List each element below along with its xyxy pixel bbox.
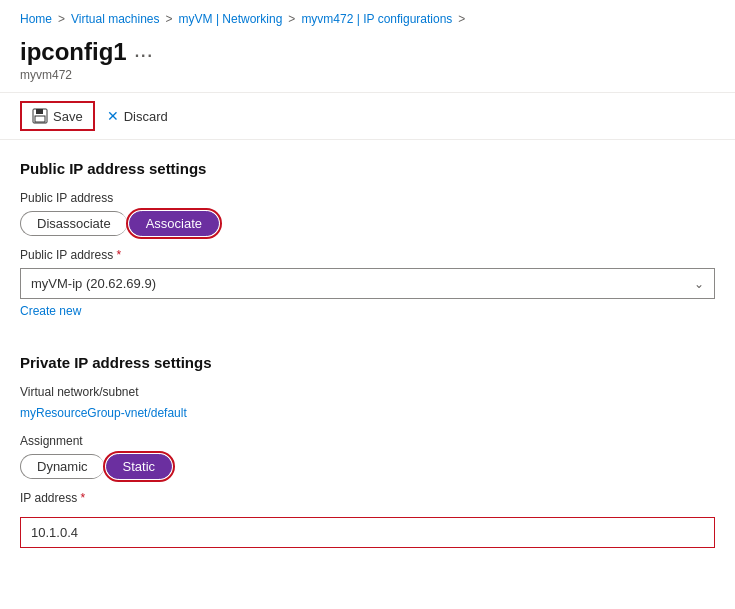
breadcrumb-sep-4: > bbox=[458, 12, 465, 26]
disassociate-button[interactable]: Disassociate bbox=[20, 211, 127, 236]
page-title-text: ipconfig1 bbox=[20, 38, 127, 66]
dropdown-arrow-icon: ⌄ bbox=[694, 277, 704, 291]
svg-rect-2 bbox=[35, 116, 45, 122]
static-button[interactable]: Static bbox=[106, 454, 173, 479]
breadcrumb-sep-3: > bbox=[288, 12, 295, 26]
ip-address-input[interactable] bbox=[20, 517, 715, 548]
vnet-label: Virtual network/subnet bbox=[20, 385, 715, 399]
public-ip-dropdown[interactable]: myVM-ip (20.62.69.9) ⌄ bbox=[20, 268, 715, 299]
dynamic-button[interactable]: Dynamic bbox=[20, 454, 104, 479]
breadcrumb: Home > Virtual machines > myVM | Network… bbox=[0, 0, 735, 34]
ip-address-label: IP address bbox=[20, 491, 715, 505]
more-options-icon[interactable]: ... bbox=[135, 43, 154, 61]
associate-button[interactable]: Associate bbox=[129, 211, 219, 236]
private-ip-section-title: Private IP address settings bbox=[20, 354, 715, 371]
content: Public IP address settings Public IP add… bbox=[0, 140, 735, 568]
breadcrumb-ip-configurations[interactable]: myvm472 | IP configurations bbox=[301, 12, 452, 26]
save-icon bbox=[32, 108, 48, 124]
save-label: Save bbox=[53, 109, 83, 124]
breadcrumb-sep-2: > bbox=[166, 12, 173, 26]
toolbar: Save ✕ Discard bbox=[0, 92, 735, 140]
private-ip-section: Private IP address settings Virtual netw… bbox=[20, 354, 715, 548]
assignment-toggle-group: Dynamic Static bbox=[20, 454, 715, 479]
public-ip-dropdown-label: Public IP address bbox=[20, 248, 715, 262]
assignment-label: Assignment bbox=[20, 434, 715, 448]
public-ip-toggle-group: Disassociate Associate bbox=[20, 211, 715, 236]
save-button[interactable]: Save bbox=[20, 101, 95, 131]
breadcrumb-virtual-machines[interactable]: Virtual machines bbox=[71, 12, 160, 26]
page-subtitle: myvm472 bbox=[20, 68, 715, 82]
page-header: ipconfig1 ... myvm472 bbox=[0, 34, 735, 88]
discard-icon: ✕ bbox=[107, 108, 119, 124]
public-ip-field-label: Public IP address bbox=[20, 191, 715, 205]
discard-button[interactable]: ✕ Discard bbox=[95, 101, 180, 131]
svg-rect-1 bbox=[36, 109, 43, 114]
discard-label: Discard bbox=[124, 109, 168, 124]
public-ip-section-title: Public IP address settings bbox=[20, 160, 715, 177]
vnet-link[interactable]: myResourceGroup-vnet/default bbox=[20, 406, 187, 420]
public-ip-section: Public IP address settings Public IP add… bbox=[20, 160, 715, 338]
create-new-link[interactable]: Create new bbox=[20, 304, 81, 318]
breadcrumb-sep-1: > bbox=[58, 12, 65, 26]
public-ip-dropdown-value: myVM-ip (20.62.69.9) bbox=[31, 276, 156, 291]
breadcrumb-home[interactable]: Home bbox=[20, 12, 52, 26]
breadcrumb-networking[interactable]: myVM | Networking bbox=[179, 12, 283, 26]
